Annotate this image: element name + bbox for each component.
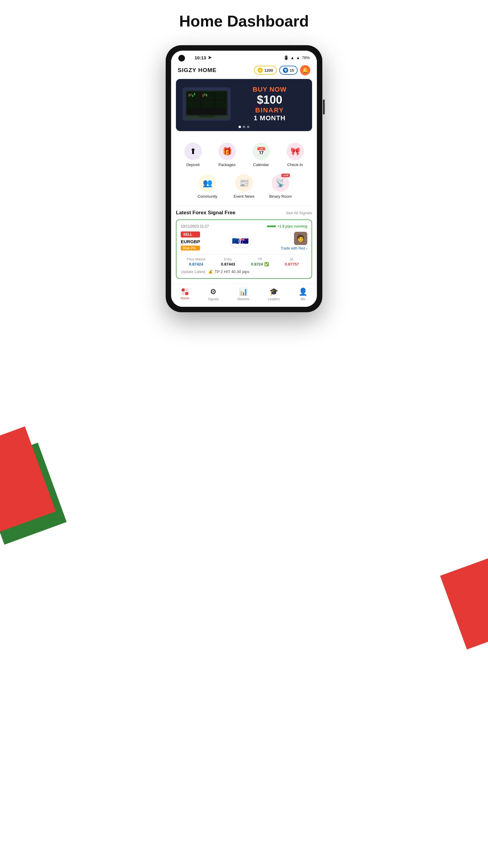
community-icon: 👥 (203, 179, 213, 188)
tp-col: TP 0.8724 ✅ (245, 257, 275, 267)
entry-col: Entry 0.87443 (213, 257, 243, 267)
coin-badge[interactable]: ● 1200 (254, 66, 277, 75)
trade-avatar: 🧑 (294, 232, 307, 245)
entry-value: 0.87443 (213, 262, 243, 267)
nav-leaders[interactable]: 🎓 Leaders (268, 287, 280, 301)
trade-link[interactable]: Trade with Red › (281, 246, 307, 250)
price-market-col: Price Market 0.87424 (181, 257, 212, 267)
bg-red-right (440, 557, 488, 650)
app-logo: SIGZY HOME (178, 67, 217, 73)
svg-rect-6 (201, 101, 214, 108)
nav-signals[interactable]: ⚙ Signals (208, 287, 219, 301)
action-binaryroom[interactable]: 📡 LIVE Binary Room (262, 170, 299, 202)
banner-dots (238, 126, 250, 128)
see-all-signals[interactable]: See All Signals (286, 211, 312, 215)
live-badge: LIVE (281, 174, 290, 177)
status-time: 10:13 ➤ (195, 55, 212, 60)
tp-label: TP (245, 257, 275, 261)
sell-badge: SELL (181, 231, 200, 238)
leaders-icon: 🎓 (269, 287, 278, 296)
nav-me[interactable]: 👤 Me (298, 287, 307, 301)
tp-value: 0.8724 ✅ (245, 262, 275, 267)
battery-text: 78% (302, 56, 310, 60)
binary-text: BINARY (234, 106, 305, 114)
phone-frame: 10:13 ➤ 📳 ▲ ▲ 78% SIGZY HOME ● 1200 💎 15 (166, 45, 322, 312)
update-label: Update Latest: (181, 270, 206, 274)
eventnews-icon: 📰 (239, 179, 249, 188)
status-bar: 10:13 ➤ 📳 ▲ ▲ 78% (171, 51, 317, 63)
dot-1[interactable] (238, 126, 241, 128)
signal-info: SELL EURGBP Risk 2% 🇪🇺 🇦🇺 (181, 231, 307, 250)
wifi-icon: ▲ (290, 56, 294, 60)
gem-badge[interactable]: 💎 15 (279, 66, 298, 75)
checkin-icon-wrap: 🎀 (287, 143, 304, 160)
quick-actions-row1: ⬆ Deposit 🎁 Packages 📅 Calendar 🎀 (171, 136, 317, 170)
flag-au-icon: 🇦🇺 (240, 237, 249, 245)
svg-rect-4 (215, 92, 226, 100)
action-deposit[interactable]: ⬆ Deposit (176, 139, 210, 170)
dot-3[interactable] (247, 126, 250, 128)
signal-datetime: 10/11/2023 21:27 (181, 224, 209, 228)
checkin-icon: 🎀 (290, 147, 300, 156)
packages-icon: 🎁 (222, 147, 232, 156)
entry-label: Entry (213, 257, 243, 261)
month-text: 1 MONTH (234, 114, 305, 122)
signal-icon: ▲ (296, 56, 300, 60)
quick-actions-row2: 👥 Community 📰 Event News 📡 LIVE Binary R… (171, 170, 317, 202)
buy-now-text: BUY NOW (234, 86, 305, 93)
sl-col: SL 0.87757 (276, 257, 307, 267)
header-actions: ● 1200 💎 15 🔔 (254, 65, 310, 75)
section-divider (176, 206, 312, 206)
price-market-value: 0.87424 (181, 262, 212, 267)
nav-me-label: Me (301, 297, 305, 301)
coin-icon: ● (258, 67, 263, 73)
camera-notch (178, 55, 185, 61)
power-button (323, 99, 325, 115)
nav-leaders-label: Leaders (268, 297, 280, 301)
deposit-icon-wrap: ⬆ (184, 143, 202, 160)
price-market-label: Price Market (181, 257, 212, 261)
laptop-svg (183, 87, 231, 121)
forex-section: Latest Forex Signal Free See All Signals… (171, 210, 317, 284)
bell-button[interactable]: 🔔 (300, 65, 310, 75)
signal-left: SELL EURGBP Risk 2% (181, 231, 200, 250)
packages-label: Packages (218, 162, 235, 167)
action-calendar[interactable]: 📅 Calendar (244, 139, 278, 170)
nav-home[interactable]: Home (181, 288, 189, 300)
forex-header: Latest Forex Signal Free See All Signals (176, 210, 312, 216)
eventnews-label: Event News (233, 194, 254, 198)
update-row: Update Latest: 💰 TP 2 HIT 40.30 pips (181, 270, 307, 274)
action-packages[interactable]: 🎁 Packages (210, 139, 244, 170)
banner-text: BUY NOW $100 BINARY 1 MONTH (231, 86, 305, 122)
binaryroom-icon: 📡 (275, 179, 285, 188)
svg-rect-7 (215, 101, 226, 108)
community-icon-wrap: 👥 (199, 174, 216, 192)
action-eventnews[interactable]: 📰 Event News (226, 170, 262, 202)
signal-top: 10/11/2023 21:27 +1.9 pips running (181, 224, 307, 228)
banner-image (183, 87, 231, 121)
packages-icon-wrap: 🎁 (218, 143, 236, 160)
home-icon (182, 288, 188, 295)
home-grid (182, 288, 188, 295)
checkin-label: Check-In (287, 162, 303, 167)
promo-banner[interactable]: BUY NOW $100 BINARY 1 MONTH (176, 79, 312, 131)
action-community[interactable]: 👥 Community (189, 170, 226, 202)
calendar-label: Calendar (253, 162, 269, 167)
status-icons: 📳 ▲ ▲ 78% (284, 56, 310, 60)
flag-au: 🇦🇺 (238, 235, 251, 247)
action-checkin[interactable]: 🎀 Check-In (278, 139, 312, 170)
svg-rect-5 (187, 101, 200, 108)
nav-home-label: Home (181, 296, 189, 300)
gem-count: 15 (290, 68, 294, 73)
markets-icon: 📊 (239, 287, 248, 296)
eventnews-icon-wrap: 📰 (235, 174, 253, 192)
nav-markets[interactable]: 📊 Markets (237, 287, 249, 301)
signal-pips: +1.9 pips running (267, 224, 307, 228)
me-icon: 👤 (298, 287, 307, 296)
binaryroom-icon-wrap: 📡 LIVE (272, 174, 289, 192)
calendar-icon-wrap: 📅 (253, 143, 270, 160)
nav-signals-label: Signals (208, 297, 219, 301)
dot-2[interactable] (243, 126, 245, 128)
sl-value: 0.87757 (276, 262, 307, 267)
signal-flags: 🇪🇺 🇦🇺 (230, 235, 251, 247)
